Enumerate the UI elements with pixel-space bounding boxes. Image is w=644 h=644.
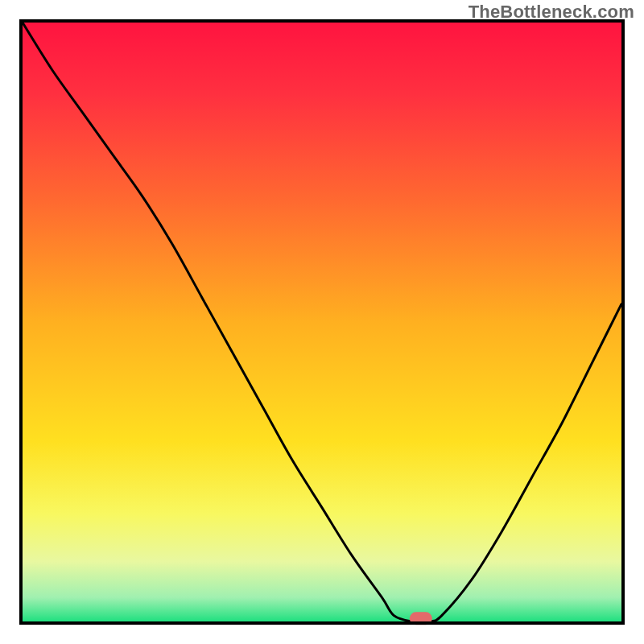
- chart-svg: [0, 0, 644, 644]
- bottleneck-chart: TheBottleneck.com: [0, 0, 644, 644]
- plot-background: [23, 23, 621, 621]
- watermark-text: TheBottleneck.com: [469, 2, 634, 23]
